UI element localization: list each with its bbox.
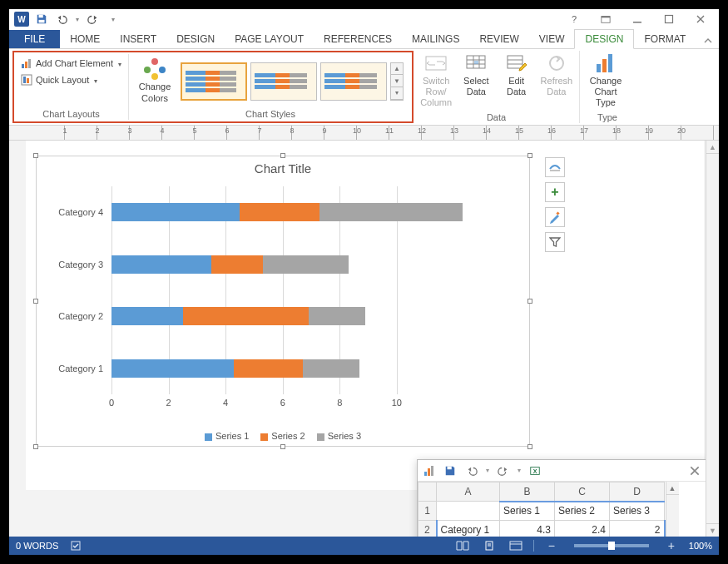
read-mode-icon[interactable] <box>453 538 472 553</box>
redo-icon[interactable] <box>86 12 101 27</box>
group-chart-styles-label: Chart Styles <box>132 108 409 120</box>
svg-rect-12 <box>426 57 446 70</box>
zoom-out-button[interactable]: − <box>542 538 561 553</box>
bar-segment[interactable] <box>263 255 349 274</box>
svg-rect-6 <box>22 64 24 68</box>
bar-segment[interactable] <box>111 255 211 274</box>
chart-title[interactable]: Chart Title <box>37 156 529 179</box>
tab-design-standard[interactable]: DESIGN <box>166 30 225 48</box>
tab-references[interactable]: REFERENCES <box>314 30 402 48</box>
undo-dropdown-icon[interactable]: ▾ <box>74 12 81 27</box>
bar-segment[interactable] <box>234 359 302 378</box>
undo-icon[interactable] <box>54 12 69 27</box>
zoom-level[interactable]: 100% <box>689 541 712 551</box>
app-window: W ▾ ▾ ? <box>9 9 719 555</box>
svg-rect-27 <box>556 211 559 215</box>
minimize-icon[interactable] <box>626 11 649 27</box>
quick-layout-icon <box>21 74 32 86</box>
data-sheet-grid[interactable]: ABCD1Series 1Series 2Series 32Category 1… <box>418 482 666 537</box>
chart-filters-button[interactable] <box>545 232 565 252</box>
sheet-titlebar[interactable]: ▾ ▾ X <box>418 460 707 482</box>
tab-mailings[interactable]: MAILINGS <box>402 30 469 48</box>
edit-data-button[interactable]: Edit Data <box>498 51 536 99</box>
chart-styles-button[interactable] <box>545 207 565 227</box>
svg-rect-31 <box>448 466 452 469</box>
scroll-up-icon[interactable]: ▲ <box>391 63 403 76</box>
bar-segment[interactable] <box>319 203 462 221</box>
tab-view[interactable]: VIEW <box>529 30 575 48</box>
chart-style-3[interactable] <box>320 62 387 101</box>
bar-segment[interactable] <box>183 307 309 325</box>
tab-file[interactable]: FILE <box>9 30 60 48</box>
add-chart-element-button[interactable]: Add Chart Element <box>17 56 125 71</box>
chart-object[interactable]: Chart Title Category 4Category 3Category… <box>36 156 530 447</box>
tab-review[interactable]: REVIEW <box>469 30 528 48</box>
change-chart-type-button[interactable]: Change Chart Type <box>583 51 628 111</box>
qat-customize-icon[interactable]: ▾ <box>106 12 121 27</box>
sheet-undo-icon[interactable] <box>464 463 479 478</box>
svg-rect-7 <box>25 62 27 68</box>
tab-chart-design[interactable]: DESIGN <box>574 29 634 49</box>
sheet-redo-icon[interactable] <box>496 463 511 478</box>
chart-legend[interactable]: Series 1 Series 2 Series 3 <box>37 431 529 441</box>
close-icon[interactable] <box>689 11 712 27</box>
chart-icon <box>423 464 436 477</box>
maximize-icon[interactable] <box>657 11 681 27</box>
sheet-close-icon[interactable] <box>687 463 702 478</box>
zoom-in-button[interactable]: + <box>662 538 681 553</box>
sheet-vertical-scrollbar[interactable]: ▲ ▼ <box>666 482 679 537</box>
tab-insert[interactable]: INSERT <box>110 30 166 48</box>
sheet-save-icon[interactable] <box>443 463 458 478</box>
change-chart-type-icon <box>593 52 618 74</box>
ribbon: Add Chart Element Quick Layout Chart Lay… <box>9 49 719 126</box>
gallery-expand-icon[interactable]: ▾ <box>391 87 403 100</box>
word-count[interactable]: 0 WORDS <box>16 541 58 551</box>
chevron-down-icon[interactable]: ▾ <box>518 467 521 474</box>
zoom-slider[interactable] <box>574 544 649 547</box>
svg-rect-24 <box>602 59 607 72</box>
horizontal-ruler[interactable]: 1234567891011121314151617181920 <box>9 126 719 141</box>
select-data-button[interactable]: Select Data <box>457 51 495 99</box>
bar-segment[interactable] <box>111 203 240 221</box>
svg-text:X: X <box>533 468 537 473</box>
tab-chart-format[interactable]: FORMAT <box>634 30 696 48</box>
open-in-excel-icon[interactable]: X <box>527 463 542 478</box>
collapse-ribbon-icon[interactable] <box>697 33 719 48</box>
help-icon[interactable]: ? <box>562 11 586 27</box>
chart-style-2[interactable] <box>250 62 317 101</box>
ribbon-display-icon[interactable] <box>594 11 617 27</box>
chart-plot-area[interactable] <box>111 186 511 394</box>
refresh-data-button: Refresh Data <box>537 51 576 99</box>
svg-rect-25 <box>608 54 612 72</box>
print-layout-icon[interactable] <box>480 538 498 553</box>
svg-rect-1 <box>39 20 45 23</box>
chart-style-gallery-scroll[interactable]: ▲ ▼ ▾ <box>390 62 404 101</box>
bar-segment[interactable] <box>240 203 319 221</box>
bar-segment[interactable] <box>211 255 263 274</box>
edit-data-icon <box>504 52 529 74</box>
scroll-down-icon[interactable]: ▼ <box>391 75 403 87</box>
spellcheck-icon[interactable] <box>67 538 85 553</box>
svg-rect-8 <box>28 59 31 68</box>
tab-home[interactable]: HOME <box>60 30 110 48</box>
quick-layout-button[interactable]: Quick Layout <box>17 72 125 87</box>
change-colors-button[interactable]: Change Colors <box>132 57 177 105</box>
bar-segment[interactable] <box>309 307 366 325</box>
tab-page-layout[interactable]: PAGE LAYOUT <box>225 30 314 48</box>
chart-y-axis-labels: Category 4Category 3Category 2Category 1 <box>48 186 106 394</box>
document-vertical-scrollbar[interactable]: ▲ ▼ <box>706 141 719 537</box>
bar-segment[interactable] <box>111 307 183 325</box>
refresh-data-icon <box>544 52 569 74</box>
svg-rect-3 <box>602 17 610 18</box>
save-icon[interactable] <box>34 12 49 27</box>
chart-style-1[interactable] <box>181 62 247 101</box>
svg-rect-11 <box>27 78 29 83</box>
chevron-down-icon <box>92 75 97 85</box>
bar-segment[interactable] <box>303 359 360 378</box>
chevron-down-icon[interactable]: ▾ <box>486 467 489 474</box>
layout-options-button[interactable] <box>545 157 565 177</box>
bar-segment[interactable] <box>111 359 234 378</box>
web-layout-icon[interactable] <box>507 538 525 553</box>
chart-data-sheet-window[interactable]: ▾ ▾ X ABCD1Series 1Series 2Series 32Cate… <box>417 459 708 537</box>
chart-elements-button[interactable]: + <box>545 182 565 202</box>
